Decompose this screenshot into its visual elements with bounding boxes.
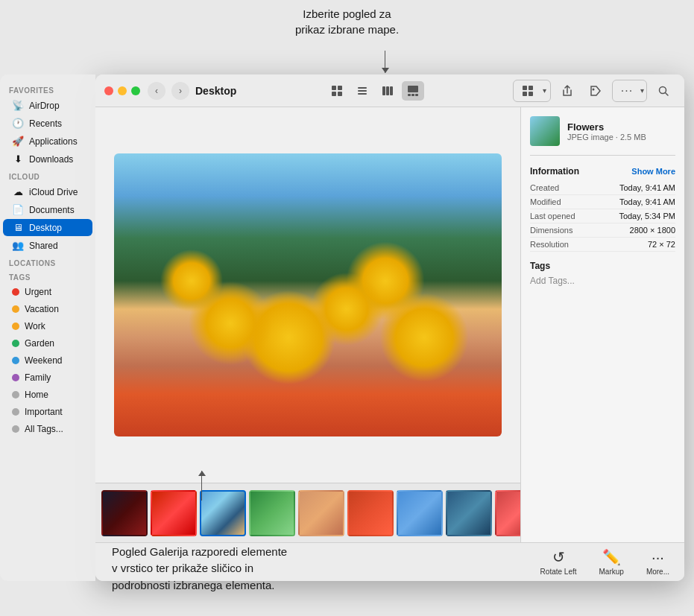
sidebar-item-work-label: Work [25, 321, 45, 331]
tooltip-top: Izberite pogled za prikaz izbrane mape. [0, 6, 694, 37]
favorites-section-label: Favorites [0, 82, 95, 96]
filmstrip-thumb-5[interactable] [298, 490, 344, 536]
svg-rect-12 [411, 94, 414, 96]
vacation-dot [12, 305, 19, 313]
downloads-icon: ⬇ [12, 153, 24, 165]
markup-icon: ✏️ [602, 548, 621, 566]
information-section: Information Show More [530, 166, 675, 177]
urgent-dot [12, 288, 19, 296]
sidebar-item-desktop[interactable]: 🖥 Desktop [3, 219, 92, 236]
weekend-dot [12, 357, 19, 364]
sidebar-item-urgent[interactable]: Urgent [3, 284, 92, 300]
search-button[interactable] [652, 81, 675, 101]
svg-rect-10 [408, 86, 418, 92]
file-info: Flowers JPEG image · 2.5 MB [567, 121, 646, 142]
tooltip-top-line2: prikaz izbrane mape. [0, 22, 694, 37]
sidebar-item-recents[interactable]: 🕐 Recents [3, 115, 92, 132]
tag-button[interactable] [584, 81, 608, 101]
applications-icon: 🚀 [12, 136, 24, 147]
sidebar-item-work[interactable]: Work [3, 318, 92, 334]
sidebar-item-family-label: Family [25, 372, 51, 383]
sort-button[interactable] [516, 81, 540, 101]
bottom-toolbar: ↺ Rotate Left ✏️ Markup ··· More... [95, 542, 684, 581]
sidebar-item-desktop-label: Desktop [29, 223, 62, 233]
sidebar-item-documents-label: Documents [29, 205, 75, 215]
sidebar-item-vacation[interactable]: Vacation [3, 301, 92, 317]
add-tags-placeholder[interactable]: Add Tags... [530, 276, 675, 286]
tags-section-label: Tags [0, 269, 95, 283]
modified-value: Today, 9:41 AM [619, 197, 675, 206]
created-value: Today, 9:41 AM [619, 183, 675, 192]
tags-section: Tags Add Tags... [530, 261, 675, 286]
svg-rect-2 [332, 92, 336, 96]
svg-rect-0 [332, 86, 336, 90]
svg-rect-3 [338, 92, 342, 96]
show-more-link[interactable]: Show More [631, 167, 675, 176]
gallery-view-button[interactable] [402, 81, 424, 101]
window-title: Desktop [195, 85, 236, 97]
filmstrip-thumb-1[interactable] [101, 490, 148, 536]
information-label: Information [530, 166, 579, 177]
icon-view-button[interactable] [326, 81, 348, 101]
file-header: Flowers JPEG image · 2.5 MB [530, 116, 675, 156]
all-tags-dot [12, 425, 19, 433]
sort-group: ▾ [513, 80, 551, 102]
more-button[interactable]: ··· [615, 81, 639, 101]
sidebar-item-garden-label: Garden [25, 338, 54, 349]
filmstrip-thumb-8[interactable] [446, 490, 492, 536]
info-row-dimensions: Dimensions 2800 × 1800 [530, 223, 675, 238]
column-view-button[interactable] [376, 81, 399, 101]
sidebar-item-icloud-drive[interactable]: ☁ iCloud Drive [3, 183, 92, 200]
sidebar-item-shared[interactable]: 👥 Shared [3, 237, 92, 254]
sidebar-item-icloud-drive-label: iCloud Drive [29, 187, 78, 197]
filmstrip-thumb-6[interactable] [347, 490, 394, 536]
filmstrip-thumb-9[interactable] [495, 490, 520, 536]
gallery-main-area [95, 107, 520, 483]
sidebar-item-home[interactable]: Home [3, 387, 92, 403]
sidebar-item-applications[interactable]: 🚀 Applications [3, 133, 92, 150]
svg-rect-8 [386, 86, 389, 95]
sidebar-item-airdrop-label: AirDrop [29, 101, 60, 111]
sidebar-item-family[interactable]: Family [3, 369, 92, 386]
maximize-button[interactable] [131, 86, 140, 95]
more-group: ··· ▾ [612, 80, 647, 102]
main-image[interactable] [114, 153, 502, 436]
svg-rect-11 [408, 94, 411, 96]
sidebar-item-recents-label: Recents [29, 118, 62, 129]
sidebar-item-documents[interactable]: 📄 Documents [3, 201, 92, 218]
dimensions-label: Dimensions [530, 226, 572, 235]
sidebar-item-airdrop[interactable]: 📡 AirDrop [3, 97, 92, 114]
sidebar-item-all-tags[interactable]: All Tags... [3, 421, 92, 437]
info-panel: Flowers JPEG image · 2.5 MB Information … [520, 107, 684, 542]
rotate-left-icon: ↺ [552, 548, 565, 566]
filmstrip-thumb-4[interactable] [249, 490, 295, 536]
home-dot [12, 391, 19, 399]
recents-icon: 🕐 [12, 118, 24, 129]
close-button[interactable] [104, 86, 113, 95]
share-button[interactable] [555, 81, 579, 101]
minimize-button[interactable] [118, 86, 127, 95]
rotate-left-button[interactable]: ↺ Rotate Left [540, 548, 577, 576]
sidebar: Favorites 📡 AirDrop 🕐 Recents 🚀 Applicat… [0, 74, 95, 581]
sidebar-item-important[interactable]: Important [3, 404, 92, 420]
shared-icon: 👥 [12, 240, 24, 251]
more-tools-button[interactable]: ··· More... [646, 549, 669, 576]
sidebar-item-vacation-label: Vacation [25, 304, 59, 314]
sidebar-item-downloads[interactable]: ⬇ Downloads [3, 150, 92, 168]
last-opened-label: Last opened [530, 212, 575, 220]
filmstrip-thumb-3[interactable] [200, 490, 246, 536]
tooltip-top-arrow [385, 51, 385, 73]
markup-button[interactable]: ✏️ Markup [599, 548, 624, 576]
file-icon [530, 116, 560, 146]
markup-label: Markup [599, 568, 624, 576]
svg-point-18 [593, 88, 595, 90]
more-tools-label: More... [646, 568, 669, 576]
filmstrip-thumb-2[interactable] [151, 490, 197, 536]
filmstrip-thumb-7[interactable] [397, 490, 443, 536]
list-view-button[interactable] [351, 81, 373, 101]
forward-button[interactable]: › [171, 82, 189, 100]
window-controls [104, 86, 140, 95]
sidebar-item-weekend[interactable]: Weekend [3, 352, 92, 369]
sidebar-item-garden[interactable]: Garden [3, 335, 92, 352]
back-button[interactable]: ‹ [148, 82, 165, 100]
